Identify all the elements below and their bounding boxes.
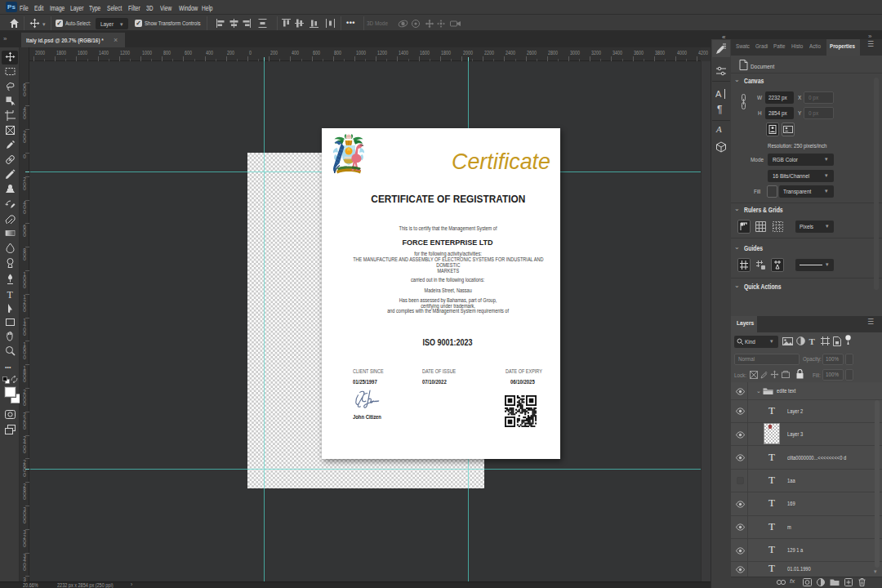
svg-text:¶: ¶ — [717, 104, 722, 114]
svg-text:T: T — [809, 336, 816, 345]
svg-text:A: A — [715, 124, 722, 134]
svg-text:A: A — [715, 89, 722, 99]
svg-text:T: T — [7, 289, 13, 300]
